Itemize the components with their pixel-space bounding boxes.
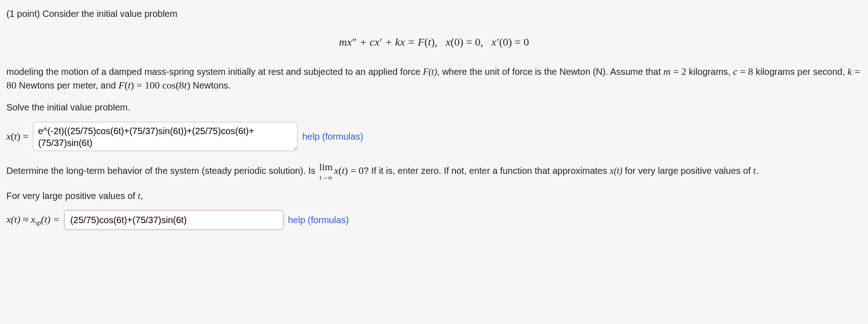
solve-prompt: Solve the initial value problem. [6,101,862,114]
answer1-input[interactable] [33,122,298,151]
longterm-prompt: Determine the long-term behavior of the … [6,162,862,181]
c-value: c = 8 [733,66,753,77]
answer2-row: x(t) ≈ xsp(t) = help (formulas) [6,210,862,230]
main-equation: mx″ + cx′ + kx = F(t), x(0) = 0, x′(0) =… [6,28,862,61]
force-symbol: F(t) [423,67,437,77]
answer1-lhs: x(t) = [6,130,28,144]
m-value: m = 2 [664,66,686,77]
for-large-prompt: For very large positive values of t, [6,189,862,202]
answer2-lhs: x(t) ≈ xsp(t) = [6,213,60,228]
F-value: F(t) = 100 cos(8t) [118,79,190,91]
answer1-row: x(t) = help (formulas) [6,122,862,151]
xt-symbol: x(t) [610,166,622,176]
points-label: (1 point) [6,9,40,19]
answer2-input[interactable] [64,210,283,230]
help-link-2[interactable]: help (formulas) [288,214,349,226]
limit-expr: x(t) = 0 [334,165,364,176]
problem-description: modeling the motion of a damped mass-spr… [6,65,862,93]
limit-icon: limt→∞ [319,162,333,181]
problem-intro: (1 point) Consider the initial value pro… [6,7,862,20]
intro-text: Consider the initial value problem [42,9,178,19]
help-link-1[interactable]: help (formulas) [302,130,363,143]
